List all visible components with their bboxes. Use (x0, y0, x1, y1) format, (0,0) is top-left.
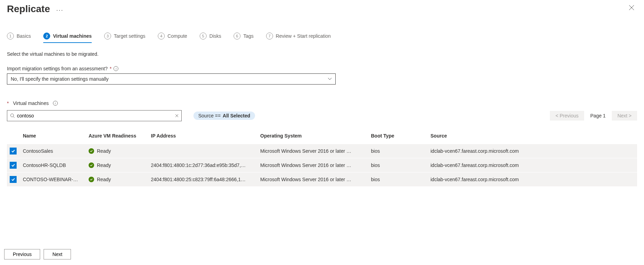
cell-readiness: Ready (97, 148, 111, 154)
cell-os: Microsoft Windows Server 2016 or later … (260, 177, 371, 182)
cell-boot: bios (371, 148, 430, 154)
step-number: 6 (234, 33, 241, 39)
close-icon[interactable] (626, 3, 637, 12)
cell-ip: 2404:f801:4800:1c:2d77:36ad:e95b:35d7,… (151, 162, 260, 168)
col-boot[interactable]: Boot Type (371, 133, 430, 139)
cell-readiness: Ready (97, 177, 111, 182)
tab-virtual-machines[interactable]: 2 Virtual machines (43, 33, 92, 43)
step-number: 1 (7, 33, 14, 39)
cell-source: idclab-vcen67.fareast.corp.microsoft.com (430, 177, 637, 182)
wizard-steps: 1 Basics 2 Virtual machines 3 Target set… (7, 33, 637, 43)
chevron-down-icon (328, 77, 332, 81)
ready-icon (89, 177, 94, 182)
table-row: CONTOSO-WEBINAR-… Ready 2404:f801:4800:2… (7, 173, 637, 187)
info-icon[interactable]: i (53, 101, 58, 106)
cell-name: CONTOSO-WEBINAR-… (23, 177, 89, 182)
step-number: 7 (266, 33, 273, 39)
cell-name: ContosoSales (23, 148, 89, 154)
cell-source: idclab-vcen67.fareast.corp.microsoft.com (430, 162, 637, 168)
import-settings-select[interactable]: No, I'll specify the migration settings … (7, 73, 336, 85)
col-name[interactable]: Name (23, 133, 89, 139)
import-settings-label: Import migration settings from an assess… (7, 66, 108, 71)
filter-value: All Selected (223, 113, 250, 118)
row-checkbox[interactable] (10, 148, 17, 154)
pager-next-button[interactable]: Next > (612, 111, 637, 121)
filter-prefix: Source == (198, 113, 221, 118)
step-number: 2 (43, 33, 50, 39)
col-readiness[interactable]: Azure VM Readiness (89, 133, 151, 139)
clear-icon[interactable] (175, 114, 179, 117)
cell-boot: bios (371, 162, 430, 168)
step-label: Tags (243, 33, 254, 39)
vm-search-input[interactable] (15, 113, 175, 119)
tab-review[interactable]: 7 Review + Start replication (266, 33, 331, 43)
cell-source: idclab-vcen67.fareast.corp.microsoft.com (430, 148, 637, 154)
step-number: 3 (104, 33, 111, 39)
search-icon (10, 113, 15, 118)
col-os[interactable]: Operating System (260, 133, 371, 139)
tab-tags[interactable]: 6 Tags (234, 33, 254, 43)
source-filter-pill[interactable]: Source == All Selected (193, 112, 255, 120)
select-value: No, I'll specify the migration settings … (11, 76, 109, 82)
ready-icon (89, 162, 94, 168)
col-ip[interactable]: IP Address (151, 133, 260, 139)
step-number: 5 (200, 33, 207, 39)
more-icon[interactable]: ··· (56, 7, 64, 13)
svg-line-1 (13, 117, 15, 118)
vm-search-box[interactable] (7, 110, 182, 121)
table-row: ContosoSales Ready Microsoft Windows Ser… (7, 144, 637, 158)
tab-disks[interactable]: 5 Disks (200, 33, 221, 43)
virtual-machines-label: Virtual machines (13, 100, 48, 106)
tab-basics[interactable]: 1 Basics (7, 33, 31, 43)
cell-os: Microsoft Windows Server 2016 or later … (260, 148, 371, 154)
tab-compute[interactable]: 4 Compute (158, 33, 187, 43)
page-title: Replicate (7, 3, 50, 15)
step-label: Review + Start replication (276, 33, 331, 39)
table-row: ContosoHR-SQLDB Ready 2404:f801:4800:1c:… (7, 158, 637, 173)
step-label: Disks (209, 33, 221, 39)
cell-ip: 2404:f801:4800:25:c823:79ff:6a48:2666,1… (151, 177, 260, 182)
page-indicator: Page 1 (590, 113, 606, 118)
step-number: 4 (158, 33, 165, 39)
pager-previous-button[interactable]: < Previous (550, 111, 584, 121)
svg-point-0 (11, 114, 14, 117)
cell-readiness: Ready (97, 162, 111, 168)
row-checkbox[interactable] (10, 176, 17, 183)
required-indicator: * (7, 100, 9, 106)
cell-name: ContosoHR-SQLDB (23, 162, 89, 168)
required-indicator: * (110, 66, 111, 71)
step-label: Basics (17, 33, 31, 39)
col-source[interactable]: Source (430, 133, 637, 139)
step-label: Virtual machines (53, 33, 92, 39)
row-checkbox[interactable] (10, 162, 17, 169)
cell-os: Microsoft Windows Server 2016 or later … (260, 162, 371, 168)
step-label: Target settings (114, 33, 145, 39)
ready-icon (89, 148, 94, 154)
step-label: Compute (167, 33, 187, 39)
step-description: Select the virtual machines to be migrat… (7, 51, 637, 57)
tab-target-settings[interactable]: 3 Target settings (104, 33, 145, 43)
info-icon[interactable]: i (114, 66, 118, 71)
cell-boot: bios (371, 177, 430, 182)
vm-table: Name Azure VM Readiness IP Address Opera… (7, 130, 637, 187)
